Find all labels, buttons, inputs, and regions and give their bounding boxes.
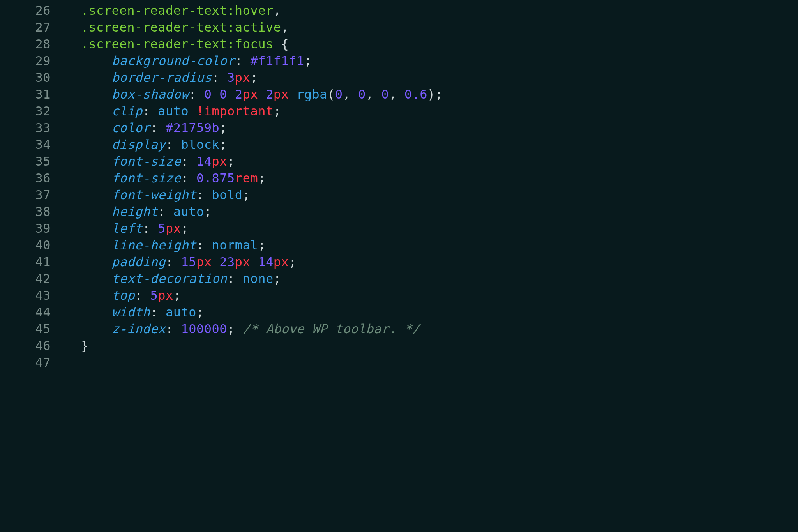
colon: : <box>166 137 173 152</box>
punctuation: , <box>281 20 289 35</box>
line-number: 32 <box>0 103 51 120</box>
code-line[interactable]: width: auto; <box>65 304 798 321</box>
code-line[interactable]: font-size: 14px; <box>65 153 798 170</box>
token-unit: px <box>235 70 251 85</box>
property: height <box>112 204 158 219</box>
semicolon: ; <box>227 322 235 336</box>
code-line[interactable]: clip: auto !important; <box>65 103 798 120</box>
code-area[interactable]: .screen-reader-text:hover, .screen-reade… <box>65 2 798 532</box>
colon: : <box>135 288 143 303</box>
token-unit: rem <box>235 171 258 186</box>
selector: .screen-reader-text <box>81 20 228 35</box>
code-line[interactable]: .screen-reader-text:hover, <box>65 2 798 19</box>
pseudo-class: :active <box>227 20 281 35</box>
token-punc <box>289 87 297 102</box>
semicolon: ; <box>258 238 266 253</box>
token-punc <box>250 255 258 269</box>
code-line[interactable]: top: 5px; <box>65 287 798 304</box>
code-line[interactable]: } <box>65 338 798 354</box>
property: font-weight <box>112 187 196 202</box>
semicolon: ; <box>304 53 312 68</box>
code-line[interactable]: text-decoration: none; <box>65 270 798 287</box>
token-num: 23 <box>219 255 235 269</box>
token-punc <box>189 104 196 118</box>
token-punc <box>258 87 266 102</box>
token-hex: #f1f1f1 <box>250 53 304 68</box>
pseudo-class: :hover <box>227 3 274 18</box>
colon: : <box>181 154 189 169</box>
line-number: 29 <box>0 53 51 69</box>
code-line[interactable]: .screen-reader-text:focus { <box>65 36 798 53</box>
token-kw: auto <box>158 104 189 118</box>
code-editor[interactable]: 2627282930313233343536373839404142434445… <box>0 0 798 532</box>
property: padding <box>112 255 166 269</box>
token-unit: px <box>235 255 251 269</box>
token-unit: px <box>243 87 258 102</box>
colon: : <box>143 221 150 236</box>
code-line[interactable]: left: 5px; <box>65 220 798 237</box>
code-line[interactable]: box-shadow: 0 0 2px 2px rgba(0, 0, 0, 0.… <box>65 86 798 103</box>
property: z-index <box>112 322 166 336</box>
line-number: 33 <box>0 120 51 136</box>
token-punc: , <box>343 87 358 102</box>
semicolon: ; <box>219 120 227 135</box>
code-line[interactable]: font-weight: bold; <box>65 187 798 203</box>
token-hex: #21759b <box>166 120 219 135</box>
code-line[interactable]: height: auto; <box>65 203 798 220</box>
token-num: 0 <box>358 87 366 102</box>
token-num: 14 <box>196 154 212 169</box>
selector: .screen-reader-text <box>81 37 228 51</box>
code-line[interactable]: .screen-reader-text:active, <box>65 19 798 36</box>
semicolon: ; <box>196 305 204 320</box>
semicolon: ; <box>173 288 181 303</box>
token-num: 3 <box>227 70 235 85</box>
gutter: 2627282930313233343536373839404142434445… <box>0 2 65 532</box>
token-num: 5 <box>150 288 158 303</box>
code-line[interactable]: color: #21759b; <box>65 120 798 136</box>
colon: : <box>181 171 189 186</box>
code-line[interactable]: font-size: 0.875rem; <box>65 170 798 187</box>
property: box-shadow <box>112 87 189 102</box>
token-num: 2 <box>235 87 243 102</box>
semicolon: ; <box>227 154 235 169</box>
line-number: 43 <box>0 287 51 304</box>
code-line[interactable]: border-radius: 3px; <box>65 69 798 86</box>
token-num: 0 <box>335 87 343 102</box>
colon: : <box>166 322 173 336</box>
code-line[interactable]: background-color: #f1f1f1; <box>65 53 798 69</box>
code-line[interactable]: line-height: normal; <box>65 237 798 254</box>
property: display <box>112 137 166 152</box>
token-unit: px <box>274 87 289 102</box>
token-unit: px <box>212 154 228 169</box>
semicolon: ; <box>181 221 189 236</box>
token-num: 100000 <box>181 322 227 336</box>
semicolon: ; <box>289 255 297 269</box>
property: background-color <box>112 53 235 68</box>
code-line[interactable] <box>65 354 798 371</box>
property: font-size <box>112 171 181 186</box>
semicolon: ; <box>435 87 443 102</box>
property: left <box>112 221 143 236</box>
property: text-decoration <box>112 271 227 286</box>
colon: : <box>158 204 166 219</box>
code-line[interactable]: z-index: 100000; /* Above WP toolbar. */ <box>65 321 798 338</box>
token-num: 14 <box>258 255 274 269</box>
line-number: 45 <box>0 321 51 338</box>
token-unit: px <box>158 288 173 303</box>
colon: : <box>166 255 173 269</box>
code-line[interactable]: padding: 15px 23px 14px; <box>65 254 798 270</box>
token-fn: rgba <box>297 87 327 102</box>
line-number: 37 <box>0 187 51 203</box>
token-num: 5 <box>158 221 166 236</box>
code-line[interactable]: display: block; <box>65 136 798 153</box>
line-number: 42 <box>0 270 51 287</box>
property: border-radius <box>112 70 212 85</box>
token-num: 0.875 <box>196 171 235 186</box>
colon: : <box>196 187 204 202</box>
colon: : <box>150 305 158 320</box>
token-kw: none <box>243 271 274 286</box>
token-unit: px <box>166 221 181 236</box>
token-kw: block <box>181 137 219 152</box>
token-kw: auto <box>173 204 204 219</box>
colon: : <box>227 271 235 286</box>
